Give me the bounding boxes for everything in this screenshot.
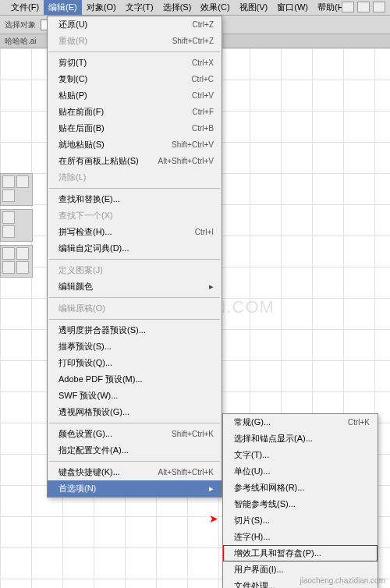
menu-separator: [49, 188, 220, 189]
menu-item-label: 智能参考线(S)...: [234, 498, 296, 510]
menubar: 文件(F) 编辑(E) 对象(O) 文字(T) 选择(S) 效果(C) 视图(V…: [0, 0, 390, 16]
menu-separator: [49, 51, 220, 52]
menu-item[interactable]: 在所有画板上粘贴(S)Alt+Shift+Ctrl+V: [48, 153, 222, 169]
panel-icon[interactable]: [2, 190, 15, 202]
menu-item-label: SWF 预设(W)...: [58, 390, 118, 402]
menu-item[interactable]: 单位(U)...: [223, 463, 378, 480]
menu-item[interactable]: 智能参考线(S)...: [223, 496, 378, 512]
menu-item[interactable]: 透视网格预设(G)...: [48, 404, 222, 420]
menu-item[interactable]: 编辑颜色▸: [48, 278, 222, 295]
menu-item[interactable]: 文字(T)...: [223, 447, 378, 463]
menu-item[interactable]: 描摹预设(S)...: [48, 338, 222, 355]
menu-item-label: 编辑原稿(O): [58, 303, 105, 314]
submenu-arrow-icon: ▸: [209, 282, 214, 292]
panel-icon[interactable]: [2, 247, 15, 260]
panel-icon[interactable]: [2, 225, 15, 238]
menu-item-label: 键盘快捷键(K)...: [58, 466, 120, 478]
menu-shortcut: Ctrl+K: [348, 418, 370, 427]
menu-effect[interactable]: 效果(C): [196, 0, 234, 15]
menu-item-label: 单位(U)...: [234, 466, 270, 477]
menu-item[interactable]: 粘贴(P)Ctrl+V: [48, 87, 222, 104]
menu-window[interactable]: 窗口(W): [272, 0, 313, 15]
menu-item[interactable]: 增效工具和暂存盘(P)...: [223, 545, 378, 561]
toolbar-extra-icons: [342, 2, 385, 12]
menu-item[interactable]: 选择和锚点显示(A)...: [223, 430, 378, 447]
menu-item[interactable]: 拼写检查(H)...Ctrl+I: [48, 224, 222, 240]
menu-item[interactable]: 参考线和网格(R)...: [223, 480, 378, 496]
menu-item[interactable]: 贴在前面(F)Ctrl+F: [48, 104, 222, 120]
menu-item-label: 连字(H)...: [234, 531, 270, 543]
menu-item[interactable]: 键盘快捷键(K)...Alt+Shift+Ctrl+K: [48, 464, 222, 480]
menu-item[interactable]: 指定配置文件(A)...: [48, 442, 222, 459]
menu-item[interactable]: 贴在后面(B)Ctrl+B: [48, 120, 222, 136]
menu-item[interactable]: 复制(C)Ctrl+C: [48, 71, 222, 87]
menu-separator: [49, 461, 220, 462]
menu-shortcut: Ctrl+F: [193, 108, 214, 116]
panel-icon[interactable]: [16, 261, 29, 274]
menu-shortcut: Alt+Shift+Ctrl+K: [158, 468, 214, 476]
menu-select[interactable]: 选择(S): [158, 0, 197, 15]
menu-view[interactable]: 视图(V): [235, 0, 273, 15]
tool-icon[interactable]: [373, 2, 385, 12]
menu-item[interactable]: SWF 预设(W)...: [48, 388, 222, 404]
menu-item-label: 剪切(T): [58, 57, 87, 69]
menu-item-label: 就地粘贴(S): [58, 139, 105, 151]
submenu-arrow-icon: ▸: [209, 484, 214, 494]
menu-item[interactable]: 还原(U)Ctrl+Z: [48, 16, 222, 33]
menu-item-label: 选择和锚点显示(A)...: [234, 433, 313, 445]
menu-item-label: 粘贴(P): [58, 90, 87, 101]
menu-item[interactable]: 就地粘贴(S)Shift+Ctrl+V: [48, 136, 222, 153]
panel-icon[interactable]: [16, 247, 29, 260]
menu-shortcut: Shift+Ctrl+K: [172, 430, 214, 438]
panel-icon[interactable]: [2, 175, 15, 188]
menu-item-label: 贴在前面(F): [58, 106, 104, 118]
menu-item[interactable]: 打印预设(Q)...: [48, 355, 222, 371]
menu-item[interactable]: 编辑自定词典(D)...: [48, 240, 222, 257]
menu-shortcut: Shift+Ctrl+Z: [172, 37, 214, 45]
menu-item[interactable]: 透明度拼合器预设(S)...: [48, 322, 222, 338]
footer-watermark: jiaocheng.chazidian.com: [300, 576, 385, 585]
menu-item-label: Adobe PDF 预设(M)...: [58, 374, 143, 385]
menu-item[interactable]: 连字(H)...: [223, 529, 378, 545]
menu-shortcut: Ctrl+V: [192, 91, 214, 100]
panel-text[interactable]: [0, 173, 33, 206]
menu-item: 编辑原稿(O): [48, 300, 222, 317]
menu-item-label: 透明度拼合器预设(S)...: [58, 324, 146, 336]
menu-item[interactable]: Adobe PDF 预设(M)...: [48, 371, 222, 388]
menu-item-label: 文字(T)...: [234, 449, 269, 461]
tool-icon[interactable]: [342, 2, 354, 12]
panel-icon[interactable]: [2, 211, 15, 224]
menu-shortcut: Ctrl+I: [195, 228, 214, 236]
menu-item[interactable]: 切片(S)...: [223, 512, 378, 529]
menu-object[interactable]: 对象(O): [82, 0, 121, 15]
menu-item[interactable]: 查找和替换(E)...: [48, 191, 222, 207]
menu-item-label: 增效工具和暂存盘(P)...: [234, 547, 321, 559]
edit-dropdown-menu: 还原(U)Ctrl+Z重做(R)Shift+Ctrl+Z剪切(T)Ctrl+X复…: [47, 16, 222, 498]
menu-item: 重做(R)Shift+Ctrl+Z: [48, 33, 222, 49]
panel-icon[interactable]: [2, 261, 15, 274]
menu-item-label: 清除(L): [58, 172, 86, 183]
preferences-submenu: 常规(G)...Ctrl+K选择和锚点显示(A)...文字(T)...单位(U)…: [222, 413, 378, 588]
menu-item[interactable]: 用户界面(I)...: [223, 561, 378, 578]
menu-item: 定义图案(J): [48, 262, 222, 278]
menu-edit[interactable]: 编辑(E): [44, 0, 82, 15]
menu-item[interactable]: 颜色设置(G)...Shift+Ctrl+K: [48, 426, 222, 442]
select-object-label: 选择对象: [5, 19, 36, 30]
menu-file[interactable]: 文件(F): [6, 0, 44, 15]
menu-item[interactable]: 常规(G)...Ctrl+K: [223, 414, 378, 430]
menu-item-label: 在所有画板上粘贴(S): [58, 155, 139, 167]
menu-item-label: 用户界面(I)...: [234, 564, 284, 576]
menu-item-label: 透视网格预设(G)...: [58, 406, 129, 418]
panel-icon[interactable]: [16, 175, 29, 188]
menu-shortcut: Ctrl+X: [192, 58, 214, 67]
menu-item-label: 颜色设置(G)...: [58, 428, 112, 440]
menu-type[interactable]: 文字(T): [121, 0, 158, 15]
menu-shortcut: Ctrl+Z: [193, 20, 214, 29]
panel-tools[interactable]: [0, 209, 33, 242]
menu-item[interactable]: 剪切(T)Ctrl+X: [48, 55, 222, 71]
menu-item[interactable]: 首选项(N)▸: [48, 480, 222, 497]
menu-shortcut: Ctrl+B: [192, 124, 214, 133]
tool-icon[interactable]: [357, 2, 370, 12]
panel-transform[interactable]: [0, 245, 33, 278]
menu-item-label: 重做(R): [58, 35, 87, 47]
